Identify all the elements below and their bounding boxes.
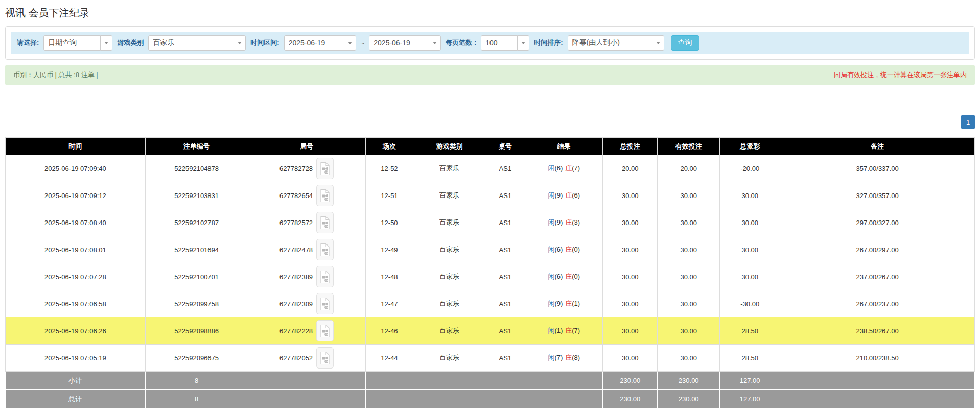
result-banker-score: (7) (572, 327, 580, 334)
filter-panel: 请选择: 游戏类别 时间区间: ~ 每页笔数 : (5, 26, 975, 60)
cell-valid-bet: 30.00 (658, 263, 720, 290)
search-button[interactable]: 查询 (671, 35, 699, 51)
cell-table-no: AS1 (485, 263, 525, 290)
video-file-icon (320, 270, 330, 284)
cell-result: 闲(7)庄(8) (525, 345, 603, 372)
subtotal-row: 小计 8 230.00 230.00 127.00 (6, 372, 975, 390)
cell-bet-no: 522592101694 (145, 236, 248, 263)
chevron-down-icon[interactable] (344, 35, 356, 51)
cell-game-type: 百家乐 (413, 236, 485, 263)
table-row[interactable]: 2025-06-19 07:08:40 522592102787 6277825… (6, 209, 975, 236)
chevron-down-icon[interactable] (517, 35, 529, 51)
cell-time: 2025-06-19 07:09:40 (6, 155, 146, 182)
cell-result: 闲(9)庄(1) (525, 290, 603, 317)
cell-round-no: 627782228 (248, 317, 365, 345)
page-size-select[interactable] (481, 35, 529, 51)
video-file-icon (320, 297, 330, 311)
result-banker-score: (7) (572, 164, 580, 172)
cell-remark: 238.50/267.00 (780, 317, 975, 345)
cell-time: 2025-06-19 07:05:19 (6, 345, 146, 372)
result-player-label: 闲 (548, 300, 554, 307)
cell-total-bet: 30.00 (603, 236, 658, 263)
table-row[interactable]: 2025-06-19 07:07:28 522592100701 6277823… (6, 263, 975, 290)
cell-valid-bet: 30.00 (658, 236, 720, 263)
table-row[interactable]: 2025-06-19 07:06:26 522592098886 6277822… (6, 317, 975, 345)
chevron-down-icon[interactable] (100, 35, 112, 51)
round-no-text: 627782228 (279, 327, 313, 335)
cell-round-no: 627782052 (248, 345, 365, 372)
cell-game-type: 百家乐 (413, 182, 485, 209)
chevron-down-icon[interactable] (234, 35, 246, 51)
result-banker-label: 庄 (565, 327, 572, 334)
chevron-down-icon[interactable] (429, 35, 441, 51)
page-button-1[interactable]: 1 (961, 115, 975, 129)
column-header: 局号 (248, 138, 365, 155)
result-banker-score: (0) (572, 246, 580, 253)
query-type-value[interactable] (43, 35, 101, 51)
cell-session: 12-47 (365, 290, 413, 317)
video-replay-button[interactable] (316, 185, 334, 206)
date-from-value[interactable] (284, 35, 344, 51)
result-player-score: (9) (554, 191, 563, 199)
table-row[interactable]: 2025-06-19 07:06:58 522592099758 6277823… (6, 290, 975, 317)
cell-time: 2025-06-19 07:08:40 (6, 209, 146, 236)
result-banker-label: 庄 (565, 300, 572, 307)
cell-session: 12-50 (365, 209, 413, 236)
table-body: 2025-06-19 07:09:40 522592104878 6277827… (6, 155, 975, 372)
cell-round-no: 627782654 (248, 182, 365, 209)
cell-remark: 210.00/238.50 (780, 345, 975, 372)
sort-value[interactable] (568, 35, 652, 51)
cell-session: 12-46 (365, 317, 413, 345)
video-replay-button[interactable] (316, 266, 334, 287)
page-size-value[interactable] (481, 35, 518, 51)
cell-valid-bet: 20.00 (658, 155, 720, 182)
subtotal-label: 小计 (6, 372, 146, 390)
cell-total-bet: 30.00 (603, 345, 658, 372)
game-type-value[interactable] (148, 35, 234, 51)
video-replay-button[interactable] (316, 239, 334, 260)
cell-round-no: 627782389 (248, 263, 365, 290)
round-no-text: 627782728 (279, 165, 313, 173)
subtotal-count: 8 (145, 372, 248, 390)
cell-table-no: AS1 (485, 236, 525, 263)
table-row[interactable]: 2025-06-19 07:08:01 522592101694 6277824… (6, 236, 975, 263)
video-replay-button[interactable] (316, 158, 334, 179)
sort-select[interactable] (568, 35, 664, 51)
result-banker-score: (1) (572, 300, 580, 307)
empty-cell (485, 390, 525, 408)
table-row[interactable]: 2025-06-19 07:09:12 522592103831 6277826… (6, 182, 975, 209)
video-replay-button[interactable] (316, 347, 334, 369)
cell-payout: 30.00 (720, 209, 780, 236)
cell-remark: 267.00/237.00 (780, 290, 975, 317)
cell-table-no: AS1 (485, 290, 525, 317)
date-range-separator: ~ (361, 39, 365, 47)
result-banker-score: (6) (572, 191, 580, 199)
date-from-picker[interactable] (284, 35, 356, 51)
chevron-down-icon[interactable] (652, 35, 664, 51)
result-player-label: 闲 (548, 164, 554, 172)
cell-valid-bet: 30.00 (658, 182, 720, 209)
page-title: 视讯 会员下注纪录 (5, 6, 975, 20)
video-replay-button[interactable] (316, 293, 334, 314)
game-type-select[interactable] (148, 35, 246, 51)
round-no-text: 627782478 (279, 246, 313, 254)
cell-result: 闲(6)庄(7) (525, 155, 603, 182)
result-player-label: 闲 (548, 354, 554, 361)
table-row[interactable]: 2025-06-19 07:09:40 522592104878 6277827… (6, 155, 975, 182)
date-to-value[interactable] (369, 35, 429, 51)
table-row[interactable]: 2025-06-19 07:05:19 522592096675 6277820… (6, 345, 975, 372)
empty-cell (413, 390, 485, 408)
cell-payout: 30.00 (720, 236, 780, 263)
column-header: 总投注 (603, 138, 658, 155)
empty-cell (485, 372, 525, 390)
result-banker-score: (8) (572, 354, 580, 361)
query-type-select[interactable] (43, 35, 112, 51)
video-replay-button[interactable] (316, 320, 334, 341)
result-banker-label: 庄 (565, 191, 572, 199)
video-replay-button[interactable] (316, 212, 334, 233)
currency-total-text: 币别：人民币 | 总共 :8 注单 | (13, 70, 98, 80)
date-to-picker[interactable] (369, 35, 441, 51)
result-player-label: 闲 (548, 273, 554, 280)
result-player-score: (6) (554, 273, 563, 280)
cell-session: 12-51 (365, 182, 413, 209)
